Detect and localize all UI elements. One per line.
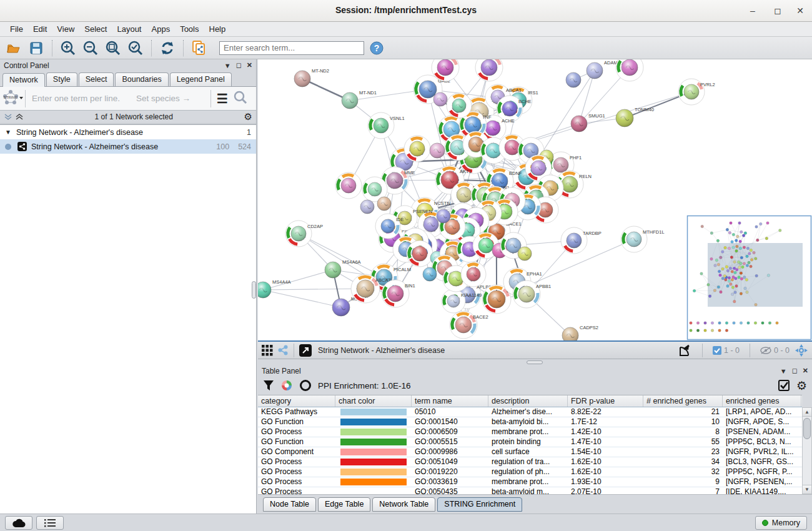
menu-edit[interactable]: Edit xyxy=(28,23,52,35)
grid-mode-icon[interactable] xyxy=(262,345,273,356)
table-row[interactable]: GO FunctionGO:0001540beta-amyloid bi...1… xyxy=(258,417,802,427)
help-button[interactable]: ? xyxy=(367,39,387,57)
network-node-APBB1[interactable]: APBB1 xyxy=(513,280,551,308)
detach-view-icon[interactable] xyxy=(299,344,312,357)
minimize-button[interactable]: – xyxy=(747,5,758,16)
reset-chart-icon[interactable] xyxy=(299,379,312,392)
tab-style[interactable]: Style xyxy=(46,72,77,86)
string-query-placeholder[interactable]: Enter one term per line. xyxy=(32,94,120,103)
network-node-BIN1[interactable]: BIN1 xyxy=(382,280,415,307)
column-header-term-name[interactable]: term name xyxy=(412,395,488,407)
birdseye-navigator[interactable] xyxy=(688,216,811,340)
network-node-VSNL1[interactable]: VSNL1 xyxy=(368,112,405,139)
table-row[interactable]: GO ProcessGO:0019220regulation of ph...1… xyxy=(258,467,802,477)
scroll-up-arrow[interactable]: ▲ xyxy=(803,408,811,417)
network-node-n93[interactable] xyxy=(377,197,391,211)
network-node-n94[interactable] xyxy=(433,92,447,106)
zoom-out-button[interactable] xyxy=(81,39,101,57)
network-node-n76[interactable] xyxy=(437,209,450,223)
close-panel-icon[interactable]: ✕ xyxy=(247,61,252,69)
string-search-button[interactable] xyxy=(234,91,256,107)
set-species-hint[interactable]: Set species → xyxy=(136,94,191,103)
network-row[interactable]: String Network - Alzheimer's disease 100… xyxy=(0,139,256,154)
menu-view[interactable]: View xyxy=(52,23,79,35)
enrichment-chart-icon[interactable] xyxy=(280,379,293,392)
import-network-button[interactable] xyxy=(189,39,209,57)
task-history-button[interactable] xyxy=(36,516,64,530)
scrollbar-thumb[interactable] xyxy=(803,418,811,439)
table-vertical-scrollbar[interactable]: ▲ ▼ xyxy=(802,407,812,494)
menu-file[interactable]: File xyxy=(5,23,28,35)
network-node-n90[interactable] xyxy=(461,262,486,287)
menu-apps[interactable]: Apps xyxy=(147,23,176,35)
table-row[interactable]: KEGG Pathways05010Alzheimer's dise...8.8… xyxy=(258,407,802,417)
table-row[interactable]: GO ProcessGO:0051049regulation of tra...… xyxy=(258,457,802,467)
tab-string-enrichment[interactable]: STRING Enrichment xyxy=(437,497,522,512)
network-node-n7[interactable] xyxy=(566,72,581,87)
memory-button[interactable]: Memory xyxy=(755,516,807,530)
network-node-n96[interactable] xyxy=(360,200,374,214)
network-node-n95[interactable] xyxy=(447,93,472,118)
scroll-down-arrow[interactable]: ▼ xyxy=(803,485,811,494)
column-header--enriched-genes[interactable]: # enriched genes xyxy=(643,395,723,407)
table-row[interactable]: GO ProcessGO:0006509membrane prot...1.42… xyxy=(258,427,802,437)
network-node-n57[interactable] xyxy=(404,136,430,162)
network-node-n88[interactable] xyxy=(423,267,437,281)
tab-node-table[interactable]: Node Table xyxy=(263,497,316,512)
column-header-chart-color[interactable]: chart color xyxy=(335,395,412,407)
float-panel-icon[interactable]: ◻ xyxy=(792,367,798,375)
menu-layout[interactable]: Layout xyxy=(112,23,146,35)
network-options-gear-icon[interactable]: ⚙ xyxy=(244,111,252,122)
cloud-tasks-button[interactable] xyxy=(5,516,32,530)
tab-network-table[interactable]: Network Table xyxy=(372,497,435,512)
collapse-caret-icon[interactable]: ▼ xyxy=(5,129,11,136)
open-session-button[interactable] xyxy=(4,39,24,57)
expand-all-icon[interactable] xyxy=(4,113,12,121)
network-node-n79[interactable] xyxy=(407,241,433,267)
select-columns-icon[interactable] xyxy=(778,380,790,392)
panel-menu-icon[interactable]: ▼ xyxy=(224,62,231,69)
panel-menu-icon[interactable]: ▼ xyxy=(780,367,787,375)
save-session-button[interactable] xyxy=(26,39,46,57)
table-row[interactable]: GO ProcessGO:0033619membrane prot...1.93… xyxy=(258,477,802,487)
vertical-splitter-handle[interactable] xyxy=(252,281,256,299)
network-node-n86[interactable] xyxy=(518,247,532,261)
string-protein-query-button[interactable]: STRING xyxy=(0,89,25,109)
share-view-icon[interactable] xyxy=(278,345,289,355)
network-node-CADPS2[interactable]: CADPS2 xyxy=(562,325,598,340)
search-options-menu-icon[interactable]: ☰ xyxy=(211,91,234,106)
network-node-TOMM40[interactable]: TOMM40 xyxy=(616,107,654,127)
network-collection-row[interactable]: ▼ String Network - Alzheimer's disease 1 xyxy=(0,125,256,139)
network-node-MT-ND2[interactable]: MT-ND2 xyxy=(294,68,329,87)
table-row[interactable]: GO ProcessGO:0050435beta-amyloid m...2.0… xyxy=(258,487,802,494)
network-node-n6[interactable] xyxy=(475,59,503,81)
export-image-icon[interactable] xyxy=(678,344,692,357)
search-input[interactable] xyxy=(219,41,364,55)
maximize-button[interactable]: ◻ xyxy=(772,5,783,16)
filter-icon[interactable] xyxy=(263,380,274,391)
network-node-n91[interactable] xyxy=(335,172,362,199)
column-header-FDR-p-value[interactable]: FDR p-value xyxy=(568,395,643,407)
collapse-all-icon[interactable] xyxy=(15,113,24,121)
table-row[interactable]: GO ComponentGO:0009986cell surface1.54E-… xyxy=(258,447,802,457)
float-panel-icon[interactable]: ◻ xyxy=(236,61,242,69)
column-header-description[interactable]: description xyxy=(488,395,568,407)
refresh-button[interactable] xyxy=(157,39,177,57)
table-row[interactable]: GO FunctionGO:0005515protein binding1.47… xyxy=(258,437,802,447)
horizontal-splitter-handle[interactable] xyxy=(527,360,543,364)
menu-help[interactable]: Help xyxy=(204,23,231,35)
network-node-n58[interactable] xyxy=(430,143,445,158)
network-node-CD2AP[interactable]: CD2AP xyxy=(285,221,323,247)
horizontal-splitter[interactable] xyxy=(258,359,812,365)
menu-select[interactable]: Select xyxy=(79,23,112,35)
zoom-fit-button[interactable] xyxy=(103,39,123,57)
column-header-category[interactable]: category xyxy=(258,395,335,407)
menu-tools[interactable]: Tools xyxy=(175,23,204,35)
tab-select[interactable]: Select xyxy=(79,72,114,86)
tab-edge-table[interactable]: Edge Table xyxy=(318,497,370,512)
column-header-enriched-genes[interactable]: enriched genes xyxy=(723,395,801,407)
tab-network[interactable]: Network xyxy=(2,73,45,87)
birdseye-toggle-icon[interactable] xyxy=(795,344,808,357)
tab-boundaries[interactable]: Boundaries xyxy=(115,72,168,86)
network-node-TARDBP[interactable]: TARDBP xyxy=(561,227,602,254)
